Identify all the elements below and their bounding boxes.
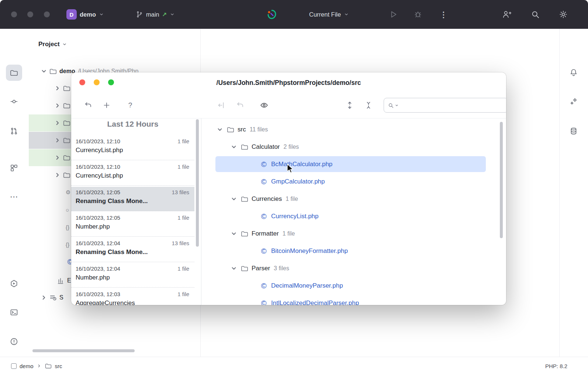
tree-row-file-selected[interactable]: © BcMathCalculator.php <box>201 155 506 173</box>
tool-problems[interactable] <box>6 333 22 350</box>
tree-row-folder[interactable]: Calculator 2 files <box>201 138 506 155</box>
horizontal-scrollbar[interactable] <box>32 349 135 352</box>
folder-icon <box>241 264 249 272</box>
plus-icon <box>102 101 111 110</box>
entry-count: 1 file <box>177 291 189 297</box>
tree-row-file[interactable]: © BitcoinMoneyFormatter.php <box>201 242 506 260</box>
breadcrumb-project[interactable]: demo <box>20 363 34 369</box>
expand-all-button[interactable] <box>345 100 354 110</box>
class-icon: © <box>259 299 268 305</box>
history-entry-selected[interactable]: 16/10/2023, 12:0513 files Renaming Class… <box>71 187 194 211</box>
settings-file-icon: ⚙ <box>66 189 70 196</box>
tool-terminal[interactable] <box>6 304 22 320</box>
tree-row-file[interactable]: © CurrencyList.php <box>201 208 506 225</box>
revert-selection-button[interactable] <box>217 100 226 110</box>
entry-date: 16/10/2023, 12:10 <box>76 138 120 144</box>
phpstorm-window: D demo main ↗ Current File ⋮ <box>0 0 588 384</box>
entry-count: 13 files <box>172 240 189 246</box>
entry-date: 16/10/2023, 12:04 <box>76 265 120 272</box>
debug-button[interactable] <box>413 10 423 19</box>
history-entry[interactable]: 16/10/2023, 12:0413 files Renaming Class… <box>71 238 194 262</box>
history-period-header: Last 12 Hours <box>71 120 194 128</box>
create-patch-button[interactable] <box>102 100 111 110</box>
tool-structure[interactable] <box>6 160 22 176</box>
chevron-down-icon <box>230 265 238 272</box>
search-everywhere-button[interactable] <box>530 10 540 19</box>
tool-project[interactable] <box>6 65 22 81</box>
history-entry[interactable]: 16/10/2023, 12:031 file AggregateCurrenc… <box>71 289 194 305</box>
terminal-icon <box>10 308 18 317</box>
minimize-button[interactable] <box>27 11 33 17</box>
external-libraries-label: E <box>67 277 71 284</box>
scratches-icon <box>49 294 57 302</box>
run-config-selector[interactable]: Current File <box>309 0 349 29</box>
ide-ai-icon[interactable] <box>266 9 277 21</box>
tool-commit[interactable] <box>6 93 22 110</box>
folder-icon <box>241 195 249 203</box>
project-panel-title: Project <box>38 41 60 48</box>
history-scrollbar[interactable] <box>196 119 199 247</box>
tree-row-file[interactable]: © IntlLocalizedDecimalParser.php <box>201 294 506 305</box>
entry-name: Number.php <box>76 223 189 230</box>
run-button[interactable] <box>389 10 398 19</box>
dialog-search-input[interactable] <box>384 98 506 113</box>
project-panel-header[interactable]: Project <box>38 38 67 51</box>
tree-row-folder[interactable]: Parser 3 files <box>201 260 506 277</box>
traffic-lights <box>11 11 59 19</box>
tree-row-file[interactable]: © DecimalMoneyParser.php <box>201 277 506 294</box>
breadcrumb: demo src <box>11 362 62 370</box>
history-entry[interactable]: 16/10/2023, 12:101 file CurrencyList.php <box>71 136 194 160</box>
eye-icon <box>260 101 269 110</box>
zoom-button[interactable] <box>44 11 50 17</box>
chevron-down-icon <box>230 143 238 151</box>
collapse-all-button[interactable] <box>364 100 373 110</box>
interface-icon: ○ <box>66 207 69 213</box>
history-entry[interactable]: 16/10/2023, 12:101 file CurrencyList.php <box>71 161 194 186</box>
tool-database[interactable] <box>565 123 582 139</box>
structure-icon <box>10 164 18 172</box>
tree-scrollbar[interactable] <box>500 122 503 238</box>
branch-widget[interactable]: main ↗ <box>136 0 175 29</box>
class-icon: © <box>259 282 268 289</box>
folder-icon <box>63 171 71 179</box>
file-count: 1 file <box>286 196 298 202</box>
entry-date: 16/10/2023, 12:10 <box>76 164 120 170</box>
settings-button[interactable] <box>558 10 568 19</box>
entry-count: 1 file <box>177 138 189 144</box>
help-button[interactable]: ? <box>125 100 135 110</box>
folder-icon <box>49 67 57 75</box>
file-count: 11 files <box>250 126 268 133</box>
history-entry[interactable]: 16/10/2023, 12:051 file Number.php <box>71 212 194 237</box>
tool-run[interactable] <box>6 275 22 292</box>
tree-row-file[interactable]: © GmpCalculator.php <box>201 173 506 190</box>
folder-icon <box>63 84 71 92</box>
tree-row-folder[interactable]: src 11 files <box>201 121 506 138</box>
project-widget[interactable]: D demo <box>66 0 104 29</box>
entry-name: AggregateCurrencies <box>76 299 189 305</box>
tree-row-folder[interactable]: Currencies 1 file <box>201 190 506 208</box>
revert-button[interactable] <box>83 100 93 110</box>
tool-notifications[interactable] <box>565 64 582 80</box>
more-actions-button[interactable]: ⋮ <box>440 11 447 18</box>
close-button[interactable] <box>11 11 17 17</box>
file-name: BitcoinMoneyFormatter.php <box>271 247 348 255</box>
breadcrumb-folder[interactable]: src <box>55 363 62 369</box>
code-with-me-button[interactable] <box>502 10 512 19</box>
chevron-right-icon <box>54 119 61 127</box>
preview-diff-button[interactable] <box>259 100 269 110</box>
tool-ai-assistant[interactable] <box>565 93 582 110</box>
chevron-right-icon <box>54 171 61 179</box>
chevron-down-icon <box>40 68 48 75</box>
history-entry[interactable]: 16/10/2023, 12:041 file Number.php <box>71 263 194 288</box>
tool-more[interactable]: ⋯ <box>6 189 22 205</box>
class-icon: © <box>259 247 268 255</box>
php-version-widget[interactable]: PHP: 8.2 <box>545 363 567 369</box>
changed-files-pane: src 11 files Calculator 2 files © BcMath… <box>201 118 506 305</box>
undo-button[interactable] <box>235 100 245 110</box>
chevron-down-icon <box>230 230 238 237</box>
chevron-down-icon <box>395 103 399 107</box>
entry-name: Renaming Class Mone... <box>76 198 189 205</box>
tree-row-folder[interactable]: Formatter 1 file <box>201 225 506 242</box>
tool-pull-requests[interactable] <box>6 123 22 139</box>
folder-icon <box>10 68 18 77</box>
